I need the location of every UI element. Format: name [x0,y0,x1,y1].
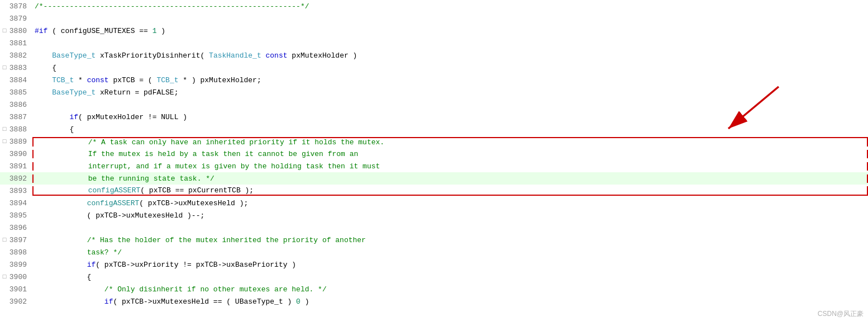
gutter-collapse: □ [0,27,9,34]
table-row: 3902 if( pxTCB->uxMutexesHeld == ( UBase… [0,295,868,308]
code-content: { [32,125,868,134]
line-number: 3893 [9,187,32,195]
table-row: 3884 TCB_t * const pxTCB = ( TCB_t * ) p… [0,74,868,86]
line-number: 3895 [9,211,32,220]
line-number: 3888 [9,125,32,134]
code-content: /* Only disinherit if no other mutexes a… [32,285,868,294]
table-row: 3885 BaseType_t xReturn = pdFALSE; [0,86,868,98]
table-row: 3878/*----------------------------------… [0,0,868,12]
table-row: □3880#if ( configUSE_MUTEXES == 1 ) [0,25,868,37]
line-number: 3878 [9,2,32,11]
table-row: 3895 ( pxTCB->uxMutexesHeld )--; [0,209,868,221]
gutter-collapse: □ [0,126,9,133]
line-number: 3887 [9,113,32,121]
table-row: 3882 BaseType_t xTaskPriorityDisinherit(… [0,49,868,62]
code-content: { [32,273,868,281]
code-content: /*--------------------------------------… [32,2,868,11]
gutter-collapse: □ [0,64,9,71]
gutter-collapse: □ [0,237,9,243]
code-content: ( pxTCB->uxMutexesHeld )--; [32,211,868,220]
line-number: 3897 [9,236,32,244]
code-content: { [32,64,868,72]
code-content: if( pxMutexHolder != NULL ) [32,113,868,121]
code-content: interrupt, and if a mutex is given by th… [32,162,868,171]
table-row: □3889 /* A task can only have an inherit… [0,135,868,148]
code-content: be the running state task. */ [32,174,868,183]
line-number: 3884 [9,76,32,84]
table-row: 3894 configASSERT( pxTCB->uxMutexesHeld … [0,197,868,209]
code-content: /* Has the holder of the mutex inherited… [32,236,868,244]
code-content: if( pxTCB->uxPriority != pxTCB->uxBasePr… [32,261,868,269]
line-number: 3890 [9,150,32,158]
gutter-collapse: □ [0,273,9,280]
table-row: □3883 { [0,62,868,74]
line-number: 3896 [9,224,32,232]
line-number: 3883 [9,64,32,72]
line-number: 3898 [9,248,32,257]
table-row: 3892 be the running state task. */ [0,172,868,185]
table-row: 3879 [0,12,868,25]
line-number: 3891 [9,162,32,171]
line-number: 3882 [9,51,32,60]
table-row: □3888 { [0,123,868,135]
watermark-label: CSDN@风正豪 [818,309,864,319]
table-row: 3891 interrupt, and if a mutex is given … [0,160,868,172]
code-content: #if ( configUSE_MUTEXES == 1 ) [32,27,868,35]
line-number: 3889 [9,138,32,146]
line-number: 3892 [9,174,32,183]
code-editor: 3878/*----------------------------------… [0,0,868,321]
code-content: task? */ [32,248,868,257]
table-row: 3887 if( pxMutexHolder != NULL ) [0,111,868,123]
table-row: □3900 { [0,271,868,283]
table-row: 3899 if( pxTCB->uxPriority != pxTCB->uxB… [0,258,868,271]
line-number: 3885 [9,88,32,97]
code-content: /* A task can only have an inherited pri… [32,137,868,147]
line-number: 3899 [9,261,32,269]
line-number: 3901 [9,285,32,294]
table-row: 3881 [0,37,868,49]
line-number: 3880 [9,27,32,35]
gutter-collapse: □ [0,138,9,145]
line-number: 3886 [9,101,32,109]
table-row: 3898 task? */ [0,246,868,258]
code-content: TCB_t * const pxTCB = ( TCB_t * ) pxMute… [32,76,868,84]
table-row: 3893 configASSERT( pxTCB == pxCurrentTCB… [0,185,868,197]
line-number: 3879 [9,15,32,23]
line-number: 3894 [9,199,32,207]
table-row: 3886 [0,98,868,111]
code-content: BaseType_t xReturn = pdFALSE; [32,88,868,97]
line-number: 3902 [9,298,32,306]
code-content: if( pxTCB->uxMutexesHeld == ( UBaseType_… [32,298,868,306]
table-row: 3890 If the mutex is held by a task then… [0,148,868,160]
table-row: □3897 /* Has the holder of the mutex inh… [0,234,868,246]
code-content: configASSERT( pxTCB->uxMutexesHeld ); [32,199,868,207]
table-row: 3896 [0,221,868,234]
code-content: configASSERT( pxTCB == pxCurrentTCB ); [32,186,868,196]
code-content: BaseType_t xTaskPriorityDisinherit( Task… [32,51,868,60]
code-content: If the mutex is held by a task then it c… [32,150,868,158]
line-number: 3881 [9,39,32,48]
line-number: 3900 [9,273,32,281]
table-row: 3901 /* Only disinherit if no other mute… [0,283,868,295]
